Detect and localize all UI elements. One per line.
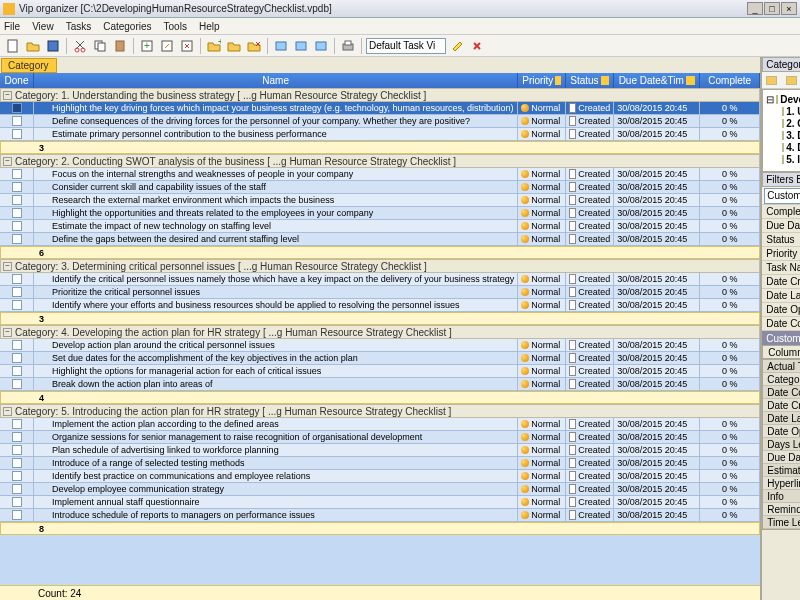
edit-category-icon[interactable] xyxy=(225,37,243,55)
cut-icon[interactable] xyxy=(71,37,89,55)
new-file-icon[interactable] xyxy=(4,37,22,55)
task-row[interactable]: Develop action plan around the critical … xyxy=(0,339,760,352)
column-item[interactable]: Date Created xyxy=(763,399,800,412)
done-checkbox[interactable] xyxy=(12,497,22,507)
customization-list[interactable]: Actual TimeCategoryDate CompletedDate Cr… xyxy=(762,359,800,530)
done-checkbox[interactable] xyxy=(12,445,22,455)
filter-field[interactable]: Date Last Modifi▾ xyxy=(762,289,800,303)
chevron-down-icon[interactable] xyxy=(686,76,695,85)
maximize-button[interactable]: □ xyxy=(764,2,780,15)
edit-task-icon[interactable] xyxy=(158,37,176,55)
done-checkbox[interactable] xyxy=(12,208,22,218)
tool-icon-2[interactable] xyxy=(292,37,310,55)
done-checkbox[interactable] xyxy=(12,116,22,126)
grid-body[interactable]: −Category: 1. Understanding the business… xyxy=(0,88,760,585)
print-icon[interactable] xyxy=(339,37,357,55)
tree-item[interactable]: 1. Understanding the business3 3 xyxy=(766,105,800,117)
minimize-button[interactable]: _ xyxy=(747,2,763,15)
filter-field[interactable]: Status▾ xyxy=(762,233,800,247)
col-name[interactable]: Name xyxy=(34,73,518,88)
category-row[interactable]: −Category: 3. Determining critical perso… xyxy=(0,259,760,273)
column-item[interactable]: Date Completed xyxy=(763,386,800,399)
task-row[interactable]: Introduce schedule of reports to manager… xyxy=(0,509,760,522)
filter-field[interactable]: Date Completed▾ xyxy=(762,317,800,331)
done-checkbox[interactable] xyxy=(12,103,22,113)
category-row[interactable]: −Category: 2. Conducting SWOT analysis o… xyxy=(0,154,760,168)
task-row[interactable]: Research the external market environment… xyxy=(0,194,760,207)
task-row[interactable]: Plan schedule of advertising linked to w… xyxy=(0,444,760,457)
menu-categories[interactable]: Categories xyxy=(103,21,151,32)
col-status[interactable]: Status xyxy=(566,73,614,88)
menu-file[interactable]: File xyxy=(4,21,20,32)
tool-icon-1[interactable] xyxy=(272,37,290,55)
done-checkbox[interactable] xyxy=(12,484,22,494)
tree-item[interactable]: 5. Introducing the action plan f8 8 xyxy=(766,153,800,165)
done-checkbox[interactable] xyxy=(12,287,22,297)
filter-field[interactable]: Date Opened▾ xyxy=(762,303,800,317)
view-combo[interactable]: Default Task Vi xyxy=(366,38,446,54)
done-checkbox[interactable] xyxy=(12,234,22,244)
edit-folder-icon[interactable] xyxy=(782,71,800,89)
tree-item[interactable]: 2. Conducting SWOT analysis o6 6 xyxy=(766,117,800,129)
category-row[interactable]: −Category: 4. Developing the action plan… xyxy=(0,325,760,339)
customization-header[interactable]: Customization× xyxy=(762,331,800,345)
done-checkbox[interactable] xyxy=(12,169,22,179)
column-item[interactable]: Estimated Time xyxy=(763,464,800,477)
task-row[interactable]: Highlight the opportunities and threats … xyxy=(0,207,760,220)
column-item[interactable]: Time Left xyxy=(763,516,800,529)
column-item[interactable]: Date Opened xyxy=(763,425,800,438)
done-checkbox[interactable] xyxy=(12,419,22,429)
copy-icon[interactable] xyxy=(91,37,109,55)
column-item[interactable]: Date Last Modified xyxy=(763,412,800,425)
task-row[interactable]: Break down the action plan into areas of… xyxy=(0,378,760,391)
task-row[interactable]: Consider current skill and capability is… xyxy=(0,181,760,194)
filter-field[interactable]: Date Created▾ xyxy=(762,275,800,289)
menu-tasks[interactable]: Tasks xyxy=(66,21,92,32)
done-checkbox[interactable] xyxy=(12,129,22,139)
done-checkbox[interactable] xyxy=(12,432,22,442)
column-item[interactable]: Reminder Time xyxy=(763,503,800,516)
menu-view[interactable]: View xyxy=(32,21,54,32)
tree-item[interactable]: 4. Developing the action plan f4 4 xyxy=(766,141,800,153)
category-row[interactable]: −Category: 1. Understanding the business… xyxy=(0,88,760,102)
done-checkbox[interactable] xyxy=(12,366,22,376)
done-checkbox[interactable] xyxy=(12,353,22,363)
task-row[interactable]: Highlight the options for managerial act… xyxy=(0,365,760,378)
task-row[interactable]: Identify the critical personnel issues n… xyxy=(0,273,760,286)
col-complete[interactable]: Complete xyxy=(700,73,760,88)
paste-icon[interactable] xyxy=(111,37,129,55)
minus-icon[interactable]: ⊟ xyxy=(766,94,774,105)
collapse-icon[interactable]: − xyxy=(3,328,12,337)
filter-field[interactable]: Completion▾ xyxy=(762,205,800,219)
done-checkbox[interactable] xyxy=(12,379,22,389)
task-row[interactable]: Highlight the key driving forces which i… xyxy=(0,102,760,115)
categories-bar-header[interactable]: Categories Bar ▫ × xyxy=(762,57,800,72)
task-row[interactable]: Identify best practice on communications… xyxy=(0,470,760,483)
collapse-icon[interactable]: − xyxy=(3,262,12,271)
task-row[interactable]: Set due dates for the accomplishment of … xyxy=(0,352,760,365)
task-row[interactable]: Develop employee communication strategyN… xyxy=(0,483,760,496)
chevron-down-icon[interactable] xyxy=(555,76,561,85)
task-row[interactable]: Define consequences of the driving force… xyxy=(0,115,760,128)
column-item[interactable]: Actual Time xyxy=(763,360,800,373)
filters-bar-header[interactable]: Filters Bar ▫ × xyxy=(762,172,800,187)
column-item[interactable]: Hyperlink xyxy=(763,477,800,490)
edit-view-icon[interactable] xyxy=(448,37,466,55)
new-category-icon[interactable]: + xyxy=(205,37,223,55)
col-due[interactable]: Due Date&Tim xyxy=(614,73,700,88)
task-row[interactable]: Prioritize the critical personnel issues… xyxy=(0,286,760,299)
tree-root[interactable]: ⊟ Developing Human Resource S 24 24 xyxy=(766,93,800,105)
save-icon[interactable] xyxy=(44,37,62,55)
delete-category-icon[interactable] xyxy=(245,37,263,55)
collapse-icon[interactable]: − xyxy=(3,157,12,166)
menu-help[interactable]: Help xyxy=(199,21,220,32)
tree-item[interactable]: 3. Determining critical personne3 3 xyxy=(766,129,800,141)
task-row[interactable]: Organize sessions for senior management … xyxy=(0,431,760,444)
done-checkbox[interactable] xyxy=(12,458,22,468)
done-checkbox[interactable] xyxy=(12,471,22,481)
columns-tab[interactable]: Columns xyxy=(762,345,800,359)
collapse-icon[interactable]: − xyxy=(3,407,12,416)
done-checkbox[interactable] xyxy=(12,182,22,192)
categories-tree[interactable]: ⊟ Developing Human Resource S 24 24 1. U… xyxy=(762,89,800,172)
column-item[interactable]: Due Date xyxy=(763,451,800,464)
